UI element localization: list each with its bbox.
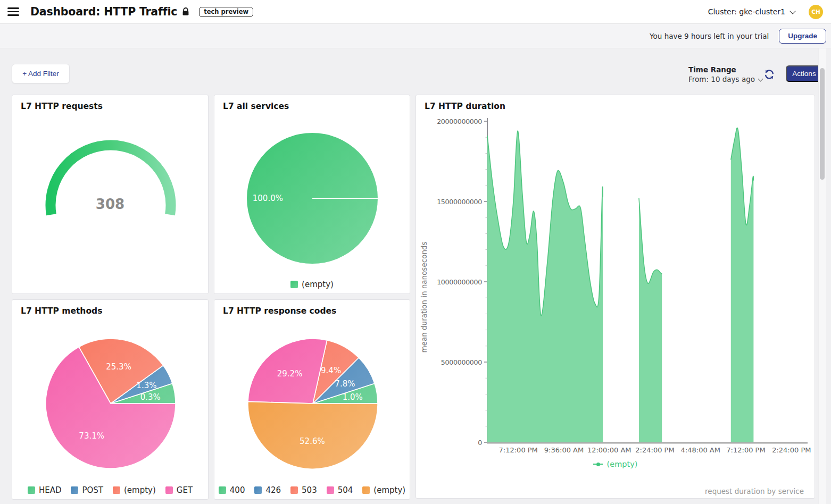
legend-item[interactable]: (empty)	[362, 485, 405, 495]
svg-text:12:00:00 AM: 12:00:00 AM	[587, 446, 631, 454]
panel-title: L7 HTTP duration	[425, 102, 505, 111]
svg-text:25.3%: 25.3%	[106, 362, 131, 372]
pie-chart[interactable]: 0.3%1.3%25.3%73.1%	[12, 300, 209, 500]
svg-text:29.2%: 29.2%	[277, 369, 303, 379]
refresh-button[interactable]	[763, 68, 776, 81]
legend-item[interactable]: GET	[165, 485, 193, 495]
legend-item[interactable]: 400	[219, 485, 245, 495]
panel-l7-http-duration: L7 HTTP duration 05000000000100000000001…	[416, 95, 815, 499]
legend-label: (empty)	[124, 485, 156, 495]
svg-text:0: 0	[478, 439, 482, 447]
legend-label: (empty)	[373, 485, 405, 495]
panel-l7-http-response-codes: L7 HTTP response codes 1.0%7.8%9.4%29.2%…	[214, 299, 410, 500]
svg-text:100.0%: 100.0%	[253, 194, 283, 203]
legend-item[interactable]: 504	[327, 485, 353, 495]
svg-text:9:36:00 AM: 9:36:00 AM	[544, 446, 584, 454]
svg-text:7:12:00 PM: 7:12:00 PM	[499, 446, 538, 454]
legend-label: 426	[265, 485, 281, 495]
legend-swatch	[362, 486, 370, 494]
time-range: Time Range From: 10 days ago	[688, 65, 762, 83]
series-line-marker-icon	[593, 464, 603, 465]
legend-swatch	[165, 486, 173, 494]
area-chart[interactable]: 0500000000010000000000150000000002000000…	[416, 95, 816, 499]
time-range-label: Time Range	[688, 65, 762, 74]
chart-caption: request duration by service	[705, 487, 804, 495]
legend-label: HEAD	[39, 485, 62, 495]
page-title: Dashboard: HTTP Traffic	[30, 5, 177, 18]
svg-text:7.8%: 7.8%	[335, 379, 355, 389]
legend-item[interactable]: HEAD	[28, 485, 62, 495]
actions-button[interactable]: Actions	[786, 65, 822, 82]
legend-swatch	[28, 486, 35, 494]
chart-legend: (empty)	[214, 280, 410, 289]
svg-text:2:24:00 PM: 2:24:00 PM	[772, 446, 811, 454]
svg-text:73.1%: 73.1%	[79, 431, 104, 441]
panel-l7-all-services: L7 all services 100.0% (empty)	[214, 95, 410, 294]
panel-title: L7 HTTP requests	[21, 102, 103, 111]
legend-label: 503	[302, 485, 317, 495]
time-range-from-dropdown[interactable]: From: 10 days ago	[688, 75, 762, 83]
svg-text:1.0%: 1.0%	[343, 392, 363, 402]
legend-label: (empty)	[302, 280, 334, 289]
legend-swatch	[113, 486, 120, 494]
legend-swatch	[327, 486, 334, 494]
legend-item[interactable]: 426	[254, 485, 281, 495]
svg-text:52.6%: 52.6%	[300, 436, 325, 446]
svg-text:9.4%: 9.4%	[321, 366, 341, 375]
panel-title: L7 all services	[223, 102, 289, 111]
legend-item[interactable]: POST	[71, 485, 103, 495]
svg-text:10000000000: 10000000000	[437, 278, 482, 286]
legend-swatch	[71, 486, 78, 494]
chart-legend: 400426503504(empty)	[214, 485, 410, 495]
svg-text:15000000000: 15000000000	[437, 198, 482, 206]
upgrade-button[interactable]: Upgrade	[779, 29, 826, 44]
pie-chart[interactable]: 100.0%	[214, 95, 411, 295]
chevron-down-icon	[758, 76, 763, 81]
svg-text:mean duration in nanoseconds: mean duration in nanoseconds	[420, 241, 428, 352]
panel-title: L7 HTTP response codes	[223, 306, 336, 316]
legend-label: (empty)	[607, 460, 638, 468]
chart-legend: HEADPOST(empty)GET	[12, 485, 208, 495]
gauge-chart[interactable]	[12, 95, 209, 295]
pie-chart[interactable]: 1.0%7.8%9.4%29.2%52.6%	[214, 300, 411, 500]
cluster-selector[interactable]: Cluster: gke-cluster1	[708, 7, 795, 16]
chart-legend[interactable]: (empty)	[416, 460, 815, 468]
legend-item[interactable]: (empty)	[593, 460, 638, 468]
legend-swatch	[290, 281, 298, 288]
scrollbar-thumb[interactable]	[820, 68, 825, 180]
lock-icon	[182, 7, 189, 16]
panel-l7-http-requests: L7 HTTP requests 308	[12, 95, 209, 294]
chevron-down-icon	[790, 8, 795, 14]
trial-message: You have 9 hours left in your trial	[650, 32, 769, 40]
gauge-value: 308	[12, 196, 208, 212]
tech-preview-badge: tech preview	[199, 7, 253, 17]
svg-text:5000000000: 5000000000	[441, 358, 482, 366]
legend-item[interactable]: 503	[290, 485, 317, 495]
legend-item[interactable]: (empty)	[113, 485, 156, 495]
hamburger-menu-icon[interactable]	[7, 5, 19, 19]
legend-item[interactable]: (empty)	[290, 280, 334, 289]
cluster-label: Cluster: gke-cluster1	[708, 7, 785, 16]
legend-label: 504	[338, 485, 353, 495]
top-bar: Dashboard: HTTP Traffic tech preview Clu…	[0, 0, 831, 24]
svg-text:2:24:00 PM: 2:24:00 PM	[635, 446, 674, 454]
legend-label: POST	[82, 485, 103, 495]
legend-swatch	[290, 486, 298, 494]
svg-text:20000000000: 20000000000	[437, 117, 482, 125]
svg-text:1.3%: 1.3%	[136, 381, 156, 390]
legend-label: 400	[230, 485, 245, 495]
svg-text:7:12:00 PM: 7:12:00 PM	[726, 446, 765, 454]
refresh-icon	[763, 68, 776, 81]
trial-banner: You have 9 hours left in your trial Upgr…	[0, 24, 831, 48]
legend-swatch	[219, 486, 226, 494]
avatar[interactable]: CH	[809, 5, 823, 19]
legend-label: GET	[177, 485, 193, 495]
panel-title: L7 HTTP methods	[21, 306, 102, 316]
legend-swatch	[254, 486, 262, 494]
svg-text:4:48:00 AM: 4:48:00 AM	[681, 446, 720, 454]
svg-text:0.3%: 0.3%	[140, 392, 161, 402]
add-filter-button[interactable]: + Add Filter	[12, 64, 70, 83]
panel-l7-http-methods: L7 HTTP methods 0.3%1.3%25.3%73.1% HEADP…	[12, 299, 209, 500]
